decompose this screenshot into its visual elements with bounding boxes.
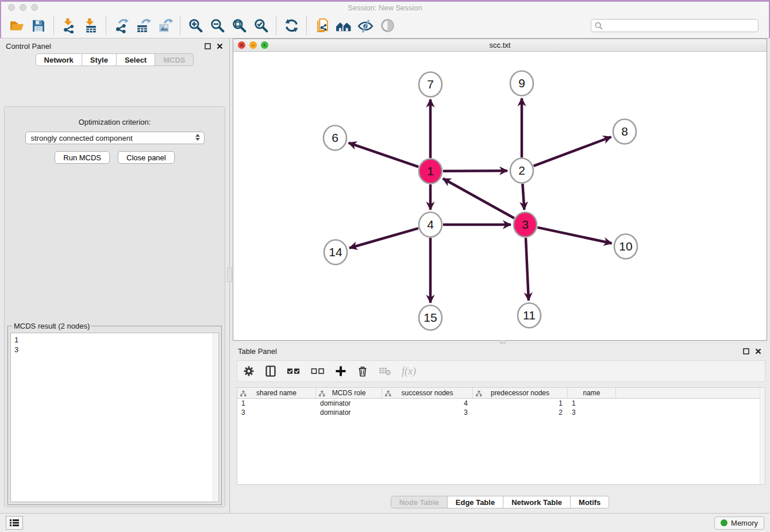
clone-network-button[interactable]	[311, 16, 333, 36]
save-session-button[interactable]	[28, 16, 49, 36]
graph-edge-4-14[interactable]	[349, 228, 418, 248]
ndex-button[interactable]	[333, 16, 355, 36]
network-window-titlebar[interactable]: scc.txt ✕−+	[233, 39, 767, 52]
export-image-icon	[157, 18, 173, 33]
tab-network[interactable]: Network	[36, 53, 82, 66]
add-column-button[interactable]	[335, 365, 346, 377]
vertical-splitter-handle[interactable]	[227, 267, 232, 282]
tab-network-table[interactable]: Network Table	[503, 496, 571, 508]
graph-edge-3-10[interactable]	[537, 228, 611, 244]
zoom-out-button[interactable]	[206, 16, 228, 36]
open-session-button[interactable]	[6, 16, 28, 36]
criterion-select[interactable]: strongly connected component	[25, 132, 205, 144]
table-cell: 1	[237, 399, 316, 407]
table-cell: 1	[473, 399, 568, 407]
graph-node-label: 9	[518, 76, 525, 90]
tab-select[interactable]: Select	[117, 53, 155, 66]
open-folder-icon	[9, 18, 25, 33]
function-builder-button[interactable]: f(x)	[402, 365, 416, 377]
graph-edge-2-8[interactable]	[534, 137, 611, 166]
graph-node-6[interactable]: 6	[324, 126, 346, 151]
delete-table-button[interactable]	[379, 366, 391, 376]
graph-node-1[interactable]: 1	[419, 159, 442, 184]
window-accent-border	[0, 0, 770, 2]
column-header-shared-name[interactable]: shared name	[237, 388, 316, 398]
float-panel-button[interactable]	[203, 42, 211, 50]
memory-button[interactable]: Memory	[714, 516, 764, 530]
graph-node-2[interactable]: 2	[510, 159, 533, 183]
list-icon	[10, 519, 19, 527]
tab-edge-table[interactable]: Edge Table	[448, 496, 503, 508]
table-row[interactable]: 1dominator411	[237, 399, 765, 408]
zoom-selected-button[interactable]	[250, 16, 272, 36]
graph-node-label: 11	[523, 309, 536, 322]
graph-node-7[interactable]: 7	[419, 72, 442, 97]
graph-node-3[interactable]: 3	[514, 213, 537, 237]
column-header-predecessor-nodes[interactable]: predecessor nodes	[473, 388, 568, 398]
hide-graphics-details-button[interactable]	[355, 16, 376, 36]
close-table-panel-button[interactable]	[754, 347, 762, 355]
zoom-in-icon	[188, 18, 203, 33]
delete-table-icon	[379, 366, 391, 376]
export-table-icon	[136, 18, 151, 33]
tab-mcds[interactable]: MCDS	[155, 53, 194, 66]
save-floppy-icon	[31, 18, 46, 33]
import-network-button[interactable]	[58, 16, 80, 36]
export-image-button[interactable]	[154, 16, 176, 36]
export-table-button[interactable]	[132, 16, 154, 36]
graph-node-9[interactable]: 9	[510, 71, 533, 96]
graph-node-14[interactable]: 14	[324, 240, 347, 265]
mcds-result-title: MCDS result (2 nodes)	[12, 322, 91, 330]
close-mcds-panel-button[interactable]: Close panel	[118, 151, 175, 164]
tab-node-table[interactable]: Node Table	[391, 496, 448, 508]
graph-node-4[interactable]: 4	[419, 213, 442, 237]
graph-node-10[interactable]: 10	[614, 234, 637, 259]
table-tabs: Node TableEdge TableNetwork TableMotifs	[230, 496, 770, 508]
graph-node-8[interactable]: 8	[613, 119, 636, 144]
zoom-in-button[interactable]	[184, 16, 206, 36]
main-toolbar	[0, 13, 770, 38]
table-panel-title: Table Panel	[238, 347, 742, 356]
column-header-MCDS-role[interactable]: MCDS role	[316, 388, 382, 398]
mcds-result-textarea[interactable]: 1 3	[10, 333, 219, 502]
graph-edge-3-11[interactable]	[526, 238, 529, 300]
graph-edge-2-3[interactable]	[522, 184, 524, 210]
result-scrollbar[interactable]	[213, 334, 218, 501]
float-table-panel-button[interactable]	[742, 347, 750, 355]
refresh-layout-icon	[284, 18, 299, 33]
task-history-button[interactable]	[6, 516, 23, 530]
split-view-button[interactable]	[265, 365, 276, 377]
graph-node-label: 8	[621, 125, 628, 138]
zoom-fit-button[interactable]	[228, 16, 250, 36]
show-graphics-details-button[interactable]	[376, 16, 398, 36]
table-scrollbar[interactable]	[760, 388, 765, 484]
graph-edge-1-6[interactable]	[349, 143, 419, 167]
unselect-all-columns-button[interactable]	[311, 365, 325, 377]
toolbar-separator	[53, 17, 54, 35]
close-panel-button[interactable]	[215, 42, 224, 50]
select-all-columns-button[interactable]	[287, 365, 301, 377]
network-title: scc.txt	[233, 41, 767, 49]
import-table-button[interactable]	[80, 16, 102, 36]
graph-node-15[interactable]: 15	[419, 306, 442, 330]
result-line: 1	[14, 335, 215, 345]
table-cell: 3	[568, 408, 616, 417]
eye-disabled-icon	[380, 18, 395, 33]
column-header-successor-nodes[interactable]: successor nodes	[382, 388, 473, 398]
search-input[interactable]	[591, 19, 759, 32]
graph-edge-1-2[interactable]	[443, 171, 507, 171]
export-network-button[interactable]	[110, 16, 132, 36]
table-row[interactable]: 3dominator323	[237, 408, 765, 417]
delete-columns-button[interactable]	[357, 365, 368, 377]
apply-layout-button[interactable]	[280, 16, 302, 36]
table-toolbar: f(x)	[237, 360, 765, 382]
column-header-name[interactable]: name	[568, 388, 616, 398]
tab-motifs[interactable]: Motifs	[571, 496, 609, 508]
graph-edge-3-1[interactable]	[443, 179, 514, 218]
network-canvas[interactable]: 7968124314101511	[233, 52, 767, 340]
tab-style[interactable]: Style	[82, 53, 117, 66]
graph-node-11[interactable]: 11	[518, 303, 541, 328]
run-mcds-button[interactable]: Run MCDS	[55, 151, 110, 164]
horizontal-splitter-handle[interactable]	[500, 340, 506, 344]
table-settings-button[interactable]	[243, 365, 255, 377]
